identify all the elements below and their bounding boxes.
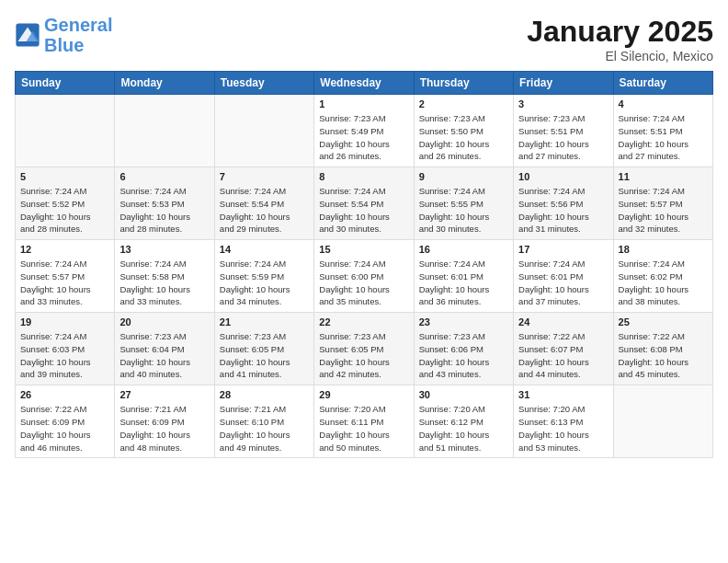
day-info: Sunrise: 7:20 AM Sunset: 6:11 PM Dayligh… — [319, 403, 408, 454]
day-number: 24 — [518, 316, 608, 327]
day-info: Sunrise: 7:24 AM Sunset: 5:58 PM Dayligh… — [119, 258, 209, 308]
calendar-day-28: 28Sunrise: 7:21 AM Sunset: 6:10 PM Dayli… — [214, 385, 313, 458]
day-info: Sunrise: 7:24 AM Sunset: 6:01 PM Dayligh… — [419, 258, 508, 308]
calendar-day-6: 6Sunrise: 7:24 AM Sunset: 5:53 PM Daylig… — [115, 167, 214, 240]
calendar-week-row: 19Sunrise: 7:24 AM Sunset: 6:03 PM Dayli… — [16, 313, 713, 385]
calendar-day-23: 23Sunrise: 7:23 AM Sunset: 6:06 PM Dayli… — [414, 313, 513, 385]
day-number: 15 — [319, 244, 408, 255]
day-header-thursday: Thursday — [414, 72, 513, 95]
calendar-week-row: 12Sunrise: 7:24 AM Sunset: 5:57 PM Dayli… — [16, 240, 713, 313]
day-header-tuesday: Tuesday — [214, 72, 313, 95]
calendar-day-empty — [115, 95, 214, 167]
day-number: 7 — [220, 171, 309, 182]
page-header: General Blue January 2025 El Silencio, M… — [15, 15, 713, 63]
day-number: 4 — [619, 98, 708, 109]
day-info: Sunrise: 7:23 AM Sunset: 6:04 PM Dayligh… — [119, 330, 209, 381]
day-info: Sunrise: 7:23 AM Sunset: 6:06 PM Dayligh… — [419, 330, 508, 381]
calendar-day-empty — [613, 385, 712, 458]
calendar-day-30: 30Sunrise: 7:20 AM Sunset: 6:12 PM Dayli… — [414, 385, 513, 458]
day-info: Sunrise: 7:24 AM Sunset: 6:02 PM Dayligh… — [619, 258, 708, 308]
day-info: Sunrise: 7:24 AM Sunset: 5:51 PM Dayligh… — [619, 112, 708, 163]
day-info: Sunrise: 7:20 AM Sunset: 6:13 PM Dayligh… — [518, 403, 608, 454]
day-number: 27 — [119, 389, 209, 400]
calendar-week-row: 1Sunrise: 7:23 AM Sunset: 5:49 PM Daylig… — [16, 95, 713, 167]
day-header-monday: Monday — [115, 72, 214, 95]
day-number: 18 — [619, 244, 708, 255]
day-number: 29 — [319, 389, 408, 400]
calendar-day-10: 10Sunrise: 7:24 AM Sunset: 5:56 PM Dayli… — [514, 167, 613, 240]
calendar-day-14: 14Sunrise: 7:24 AM Sunset: 5:59 PM Dayli… — [214, 240, 313, 313]
calendar-day-4: 4Sunrise: 7:24 AM Sunset: 5:51 PM Daylig… — [613, 95, 712, 167]
day-number: 8 — [319, 171, 408, 182]
day-info: Sunrise: 7:24 AM Sunset: 5:56 PM Dayligh… — [518, 185, 608, 236]
calendar-day-31: 31Sunrise: 7:20 AM Sunset: 6:13 PM Dayli… — [514, 385, 613, 458]
day-info: Sunrise: 7:23 AM Sunset: 6:05 PM Dayligh… — [220, 330, 309, 381]
calendar-day-1: 1Sunrise: 7:23 AM Sunset: 5:49 PM Daylig… — [314, 95, 414, 167]
day-header-saturday: Saturday — [613, 72, 712, 95]
day-number: 10 — [518, 171, 608, 182]
day-number: 21 — [220, 316, 309, 327]
calendar-day-24: 24Sunrise: 7:22 AM Sunset: 6:07 PM Dayli… — [514, 313, 613, 385]
calendar-title: January 2025 — [527, 15, 713, 49]
day-number: 1 — [319, 98, 408, 109]
day-number: 28 — [220, 389, 309, 400]
day-number: 22 — [319, 316, 408, 327]
day-header-friday: Friday — [514, 72, 613, 95]
calendar-day-15: 15Sunrise: 7:24 AM Sunset: 6:00 PM Dayli… — [314, 240, 414, 313]
day-number: 23 — [419, 316, 508, 327]
day-number: 17 — [518, 244, 608, 255]
day-number: 16 — [419, 244, 508, 255]
calendar-day-17: 17Sunrise: 7:24 AM Sunset: 6:01 PM Dayli… — [514, 240, 613, 313]
day-info: Sunrise: 7:22 AM Sunset: 6:09 PM Dayligh… — [20, 403, 109, 454]
day-info: Sunrise: 7:21 AM Sunset: 6:09 PM Dayligh… — [119, 403, 209, 454]
day-number: 6 — [119, 171, 209, 182]
calendar-week-row: 26Sunrise: 7:22 AM Sunset: 6:09 PM Dayli… — [16, 385, 713, 458]
day-info: Sunrise: 7:23 AM Sunset: 5:51 PM Dayligh… — [518, 112, 608, 163]
logo-text: General Blue — [44, 15, 112, 55]
logo-icon — [15, 22, 40, 48]
calendar-day-8: 8Sunrise: 7:24 AM Sunset: 5:54 PM Daylig… — [314, 167, 414, 240]
day-number: 2 — [419, 98, 508, 109]
day-number: 14 — [220, 244, 309, 255]
calendar-day-21: 21Sunrise: 7:23 AM Sunset: 6:05 PM Dayli… — [214, 313, 313, 385]
calendar-day-2: 2Sunrise: 7:23 AM Sunset: 5:50 PM Daylig… — [414, 95, 513, 167]
day-info: Sunrise: 7:24 AM Sunset: 5:54 PM Dayligh… — [319, 185, 408, 236]
title-section: January 2025 El Silencio, Mexico — [527, 15, 713, 63]
calendar-day-29: 29Sunrise: 7:20 AM Sunset: 6:11 PM Dayli… — [314, 385, 414, 458]
calendar-day-11: 11Sunrise: 7:24 AM Sunset: 5:57 PM Dayli… — [613, 167, 712, 240]
day-number: 30 — [419, 389, 508, 400]
day-number: 5 — [20, 171, 109, 182]
day-number: 20 — [119, 316, 209, 327]
day-info: Sunrise: 7:23 AM Sunset: 5:50 PM Dayligh… — [419, 112, 508, 163]
calendar-day-26: 26Sunrise: 7:22 AM Sunset: 6:09 PM Dayli… — [16, 385, 115, 458]
calendar-day-12: 12Sunrise: 7:24 AM Sunset: 5:57 PM Dayli… — [16, 240, 115, 313]
calendar-table: SundayMondayTuesdayWednesdayThursdayFrid… — [15, 71, 713, 458]
calendar-day-3: 3Sunrise: 7:23 AM Sunset: 5:51 PM Daylig… — [514, 95, 613, 167]
day-info: Sunrise: 7:20 AM Sunset: 6:12 PM Dayligh… — [419, 403, 508, 454]
calendar-day-25: 25Sunrise: 7:22 AM Sunset: 6:08 PM Dayli… — [613, 313, 712, 385]
calendar-day-9: 9Sunrise: 7:24 AM Sunset: 5:55 PM Daylig… — [414, 167, 513, 240]
day-info: Sunrise: 7:24 AM Sunset: 6:03 PM Dayligh… — [20, 330, 109, 381]
day-number: 25 — [619, 316, 708, 327]
calendar-day-22: 22Sunrise: 7:23 AM Sunset: 6:05 PM Dayli… — [314, 313, 414, 385]
calendar-week-row: 5Sunrise: 7:24 AM Sunset: 5:52 PM Daylig… — [16, 167, 713, 240]
day-info: Sunrise: 7:24 AM Sunset: 5:53 PM Dayligh… — [119, 185, 209, 236]
day-info: Sunrise: 7:23 AM Sunset: 6:05 PM Dayligh… — [319, 330, 408, 381]
day-info: Sunrise: 7:24 AM Sunset: 5:55 PM Dayligh… — [419, 185, 508, 236]
calendar-day-18: 18Sunrise: 7:24 AM Sunset: 6:02 PM Dayli… — [613, 240, 712, 313]
logo: General Blue — [15, 15, 112, 55]
calendar-day-5: 5Sunrise: 7:24 AM Sunset: 5:52 PM Daylig… — [16, 167, 115, 240]
day-info: Sunrise: 7:22 AM Sunset: 6:08 PM Dayligh… — [619, 330, 708, 381]
calendar-subtitle: El Silencio, Mexico — [527, 49, 713, 63]
calendar-day-20: 20Sunrise: 7:23 AM Sunset: 6:04 PM Dayli… — [115, 313, 214, 385]
day-header-wednesday: Wednesday — [314, 72, 414, 95]
day-info: Sunrise: 7:24 AM Sunset: 5:57 PM Dayligh… — [619, 185, 708, 236]
day-info: Sunrise: 7:24 AM Sunset: 6:00 PM Dayligh… — [319, 258, 408, 308]
calendar-day-7: 7Sunrise: 7:24 AM Sunset: 5:54 PM Daylig… — [214, 167, 313, 240]
day-info: Sunrise: 7:23 AM Sunset: 5:49 PM Dayligh… — [319, 112, 408, 163]
calendar-day-16: 16Sunrise: 7:24 AM Sunset: 6:01 PM Dayli… — [414, 240, 513, 313]
calendar-day-empty — [16, 95, 115, 167]
day-info: Sunrise: 7:22 AM Sunset: 6:07 PM Dayligh… — [518, 330, 608, 381]
day-number: 13 — [119, 244, 209, 255]
day-info: Sunrise: 7:24 AM Sunset: 5:52 PM Dayligh… — [20, 185, 109, 236]
